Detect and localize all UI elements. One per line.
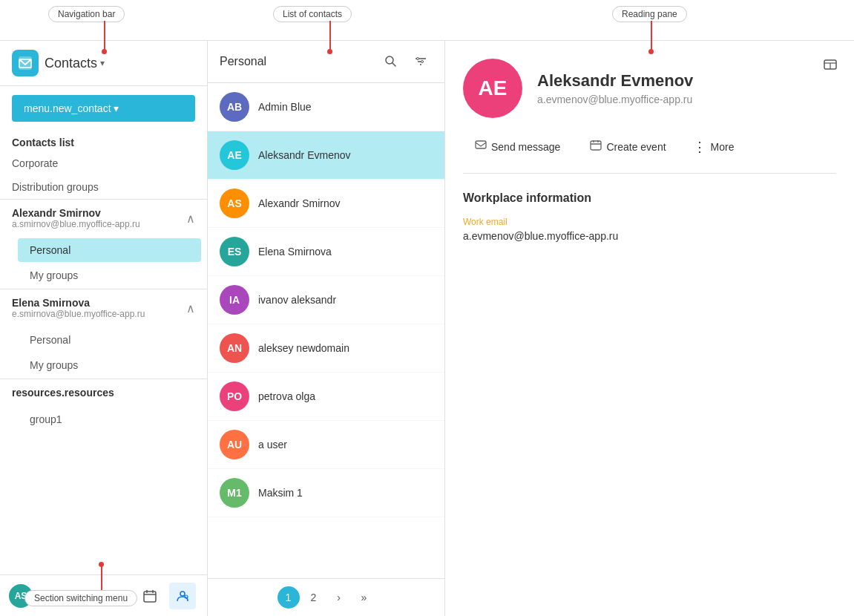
contact-detail-header-email: a.evmenov@blue.myoffice-app.ru <box>537 94 693 105</box>
account-submenu-elena: Personal My groups <box>0 328 207 377</box>
contact-list-actions <box>379 50 433 73</box>
contact-name-as: Alexandr Smirnov <box>258 197 341 209</box>
account-submenu-resources: group1 <box>0 407 207 431</box>
svg-rect-16 <box>476 141 486 148</box>
contact-avatar-an: AN <box>220 333 249 363</box>
contact-avatar-ia: IA <box>220 285 249 315</box>
contact-name-es: Elena Smirnova <box>258 246 332 258</box>
contact-item-au[interactable]: AU a user <box>208 421 444 469</box>
contact-list-header: Personal <box>208 41 444 83</box>
contact-name-ab: Admin Blue <box>258 101 312 113</box>
work-email-value: a.evmenov@blue.myoffice-app.ru <box>463 230 836 242</box>
submenu-item-mygroups-alexandr[interactable]: My groups <box>18 263 201 287</box>
svg-rect-3 <box>111 592 123 600</box>
account-section-alexandr: Alexandr Smirnov a.smirnov@blue.myoffice… <box>0 199 207 287</box>
create-event-label: Create event <box>606 141 666 153</box>
contact-item-ia[interactable]: IA ivanov aleksandr <box>208 276 444 324</box>
new-contact-button[interactable]: menu.new_contact ▾ <box>12 95 195 122</box>
mail-icon[interactable] <box>104 583 131 609</box>
account-name-alexandr: Alexandr Smirnov <box>12 207 140 219</box>
contact-name-an: aleksey newdomain <box>258 342 349 354</box>
account-section-elena: Elena Smirnova e.smirnova@blue.myoffice-… <box>0 289 207 377</box>
send-message-button[interactable]: Send message <box>463 134 572 160</box>
sidebar: Contacts ▾ menu.new_contact ▾ Contacts l… <box>0 41 208 616</box>
contact-avatar-m1: M1 <box>220 478 249 508</box>
new-contact-label: menu.new_contact ▾ <box>24 102 119 114</box>
send-message-label: Send message <box>491 141 560 153</box>
contact-item-es[interactable]: ES Elena Smirnova <box>208 228 444 276</box>
contact-item-ae[interactable]: AE Aleksandr Evmenov <box>208 131 444 180</box>
contact-avatar-ae: AE <box>220 140 249 170</box>
account-header-alexandr[interactable]: Alexandr Smirnov a.smirnov@blue.myoffice… <box>0 200 207 237</box>
contact-detail-avatar: AE <box>463 59 522 118</box>
contact-detail-info: Aleksandr Evmenov a.evmenov@blue.myoffic… <box>537 71 693 105</box>
contact-item-m1[interactable]: M1 Maksim 1 <box>208 469 444 517</box>
bottom-bar: AS ? <box>0 574 207 616</box>
account-header-elena[interactable]: Elena Smirnova e.smirnova@blue.myoffice-… <box>0 289 207 327</box>
sidebar-header: Contacts ▾ <box>0 41 207 86</box>
app-title: Contacts <box>45 56 97 71</box>
contact-avatar-ab: AB <box>220 92 249 122</box>
svg-point-2 <box>82 594 87 598</box>
submenu-item-group1[interactable]: group1 <box>18 407 201 431</box>
svg-point-5 <box>180 592 185 596</box>
chevron-up-icon-alexandr: ∧ <box>186 212 195 226</box>
page-2-button[interactable]: 2 <box>303 586 325 609</box>
account-header-resources[interactable]: resources.resources <box>0 379 207 406</box>
contact-detail-header: AE Aleksandr Evmenov a.evmenov@blue.myof… <box>463 59 836 118</box>
contact-avatar-as: AS <box>220 189 249 218</box>
submenu-item-personal-elena[interactable]: Personal <box>18 328 201 352</box>
work-email-label: Work email <box>463 217 836 227</box>
more-button[interactable]: ⋮ More <box>684 133 743 161</box>
submenu-item-personal-alexandr[interactable]: Personal <box>18 238 201 262</box>
sidebar-item-corporate[interactable]: Corporate <box>0 151 207 175</box>
contact-item-po[interactable]: PO petrova olga <box>208 373 444 421</box>
page-1-button[interactable]: 1 <box>277 586 300 609</box>
help-icon[interactable]: ? <box>39 583 65 609</box>
contact-avatar-au: AU <box>220 430 249 459</box>
contact-list-scroll: AB Admin Blue AE Aleksandr Evmenov AS Al… <box>208 83 444 578</box>
chevron-up-icon-elena: ∧ <box>186 301 195 315</box>
sidebar-scroll: Contacts list Corporate Distribution gro… <box>0 131 207 574</box>
settings-icon[interactable] <box>71 583 98 609</box>
calendar-icon[interactable] <box>137 583 163 609</box>
create-event-button[interactable]: Create event <box>578 134 677 160</box>
page-last-button[interactable]: » <box>353 586 375 609</box>
svg-point-12 <box>421 61 424 63</box>
contact-name-m1: Maksim 1 <box>258 487 303 499</box>
page-next-button[interactable]: › <box>328 586 350 609</box>
account-name-elena: Elena Smirnova <box>12 297 145 309</box>
reading-pane-toggle-button[interactable] <box>818 53 842 76</box>
reading-pane: AE Aleksandr Evmenov a.evmenov@blue.myof… <box>445 41 854 616</box>
contact-item-ab[interactable]: AB Admin Blue <box>208 83 444 131</box>
search-button[interactable] <box>379 50 403 73</box>
account-email-elena: e.smirnova@blue.myoffice-app.ru <box>12 309 145 319</box>
contact-name-ia: ivanov aleksandr <box>258 294 336 306</box>
contact-name-po: petrova olga <box>258 390 315 402</box>
account-section-resources: resources.resources group1 <box>0 379 207 431</box>
contact-avatar-po: PO <box>220 381 249 411</box>
app-icon <box>12 50 39 76</box>
user-avatar[interactable]: AS <box>9 584 33 608</box>
pagination: 1 2 › » <box>208 578 444 616</box>
send-message-icon <box>475 140 487 154</box>
account-name-resources: resources.resources <box>12 387 114 399</box>
contact-list-title: Personal <box>220 55 266 68</box>
account-submenu-alexandr: Personal My groups <box>0 238 207 287</box>
contact-item-an[interactable]: AN aleksey newdomain <box>208 324 444 373</box>
contacts-icon[interactable] <box>169 583 196 609</box>
more-label: More <box>711 141 735 153</box>
account-email-alexandr: a.smirnov@blue.myoffice-app.ru <box>12 219 140 229</box>
contacts-list-label: Contacts list <box>0 131 207 151</box>
contact-name-ae: Aleksandr Evmenov <box>258 149 351 161</box>
app-title-dropdown[interactable]: ▾ <box>100 58 105 68</box>
submenu-item-mygroups-elena[interactable]: My groups <box>18 353 201 377</box>
svg-rect-4 <box>144 592 156 602</box>
contact-list-panel: Personal <box>208 41 445 616</box>
sidebar-item-distribution[interactable]: Distribution groups <box>0 175 207 199</box>
contact-item-as[interactable]: AS Alexandr Smirnov <box>208 180 444 228</box>
contact-avatar-es: ES <box>220 237 249 266</box>
workplace-section-title: Workplace information <box>463 191 836 205</box>
more-dots-icon: ⋮ <box>693 139 708 155</box>
filter-button[interactable] <box>409 50 433 73</box>
